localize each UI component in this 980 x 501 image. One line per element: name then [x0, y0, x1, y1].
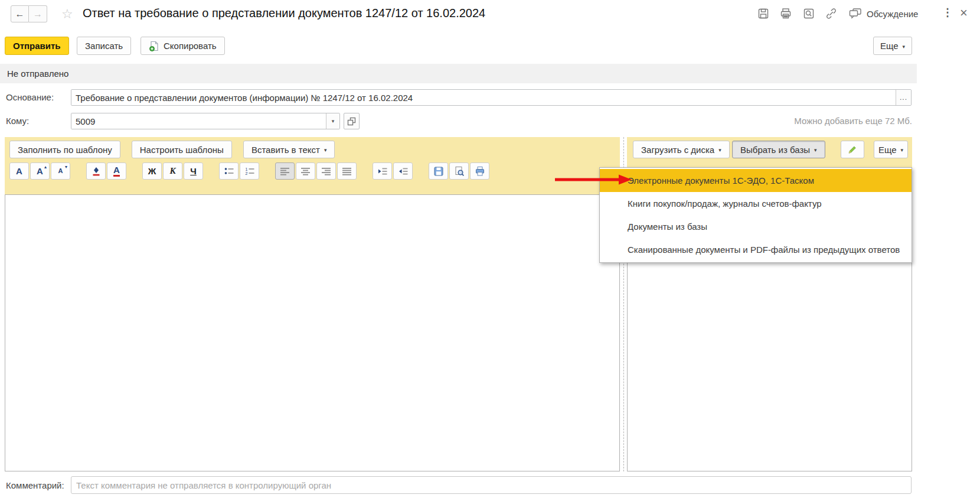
font-icon: А — [16, 167, 22, 175]
align-left-button[interactable] — [275, 162, 295, 180]
align-right-button[interactable] — [316, 162, 336, 180]
more-button-attachments[interactable]: Еще ▾ — [874, 141, 908, 158]
font-decrease-button[interactable]: А▾ — [51, 162, 70, 180]
load-from-disk-label: Загрузить с диска — [641, 145, 714, 155]
font-decrease-icon: А — [58, 168, 63, 174]
numbered-list-button[interactable]: 12 — [240, 162, 259, 180]
bullet-list-icon — [224, 167, 234, 176]
edit-pencil-button[interactable] — [841, 141, 864, 158]
more-button-top[interactable]: Еще ▾ — [873, 37, 912, 55]
bold-icon: Ж — [148, 167, 156, 175]
font-color-button[interactable]: А — [107, 162, 126, 180]
message-panel: Заполнить по шаблону Настроить шаблоны В… — [5, 137, 620, 471]
italic-button[interactable]: К — [163, 162, 182, 180]
recipient-field: ▾ — [71, 113, 340, 129]
svg-text:1: 1 — [245, 167, 247, 171]
copy-button[interactable]: Скопировать — [141, 37, 225, 55]
search-icon-button[interactable] — [803, 8, 816, 19]
print-text-button[interactable] — [470, 162, 489, 180]
font-color-icon: А — [113, 165, 120, 177]
comment-input[interactable] — [71, 476, 912, 494]
align-center-icon — [300, 167, 311, 175]
indent-decrease-icon — [398, 167, 409, 176]
back-icon: ← — [15, 9, 25, 19]
open-in-new-icon — [347, 116, 357, 126]
font-button[interactable]: А — [9, 162, 29, 180]
recipient-open-button[interactable] — [344, 113, 360, 129]
bullet-list-button[interactable] — [219, 162, 239, 180]
bold-button[interactable]: Ж — [142, 162, 162, 180]
select-from-base-button[interactable]: Выбрать из базы ▾ — [732, 141, 825, 158]
chevron-down-icon: ▾ — [901, 147, 904, 153]
discussion-button[interactable]: Обсуждение — [849, 8, 918, 19]
recipient-input[interactable] — [71, 113, 326, 129]
history-nav: ← → — [11, 5, 47, 22]
write-button[interactable]: Записать — [77, 37, 131, 55]
menu-item-edo-documents[interactable]: Электронные документы 1С-ЭДО, 1С-Таском — [600, 169, 912, 192]
chevron-down-icon: ▾ — [324, 147, 327, 153]
underline-button[interactable]: Ч — [184, 162, 203, 180]
link-icon — [825, 8, 837, 19]
basis-more-button[interactable]: ... — [896, 90, 911, 105]
align-center-button[interactable] — [296, 162, 315, 180]
highlight-color-button[interactable] — [86, 162, 106, 180]
recipient-dropdown-button[interactable]: ▾ — [326, 113, 339, 129]
print-blue-icon — [475, 166, 485, 177]
more-attachments-label: Еще — [878, 145, 897, 155]
ellipsis-icon: ... — [900, 93, 907, 102]
italic-icon: К — [169, 167, 175, 175]
chevron-down-icon: ▾ — [814, 147, 817, 153]
send-button[interactable]: Отправить — [5, 37, 69, 55]
configure-templates-button[interactable]: Настроить шаблоны — [132, 141, 232, 158]
more-vert-icon[interactable]: ⋮ — [942, 6, 953, 19]
numbered-list-icon: 12 — [244, 167, 255, 176]
basis-field: ... — [71, 89, 912, 106]
back-button[interactable]: ← — [11, 5, 29, 22]
indent-decrease-button[interactable] — [393, 162, 413, 180]
recipient-label: Кому: — [6, 116, 29, 126]
font-increase-button[interactable]: А▴ — [30, 162, 50, 180]
save-floppy-icon — [433, 166, 444, 177]
fill-template-button[interactable]: Заполнить по шаблону — [9, 141, 120, 158]
insert-into-text-label: Вставить в текст — [251, 145, 320, 155]
align-left-icon — [280, 167, 290, 175]
align-right-icon — [321, 167, 331, 175]
indent-increase-icon — [377, 167, 388, 176]
load-from-disk-button[interactable]: Загрузить с диска ▾ — [633, 141, 730, 158]
menu-item-purchase-books[interactable]: Книги покупок/продаж, журналы счетов-фак… — [600, 192, 912, 215]
preview-icon — [454, 166, 465, 177]
highlight-color-icon — [91, 166, 102, 177]
select-from-base-menu: Электронные документы 1С-ЭДО, 1С-Таском … — [599, 167, 912, 263]
svg-text:2: 2 — [245, 171, 247, 175]
link-icon-button[interactable] — [825, 8, 838, 19]
floppy-icon — [757, 8, 769, 19]
preview-text-button[interactable] — [449, 162, 469, 180]
insert-into-text-button[interactable]: Вставить в текст ▾ — [243, 141, 335, 158]
comment-label: Комментарий: — [6, 480, 64, 490]
editor-toolbar: Заполнить по шаблону Настроить шаблоны В… — [5, 137, 620, 194]
font-increase-icon: А — [37, 167, 43, 175]
up-mark-icon: ▴ — [44, 165, 47, 170]
pencil-icon — [847, 144, 858, 155]
chevron-down-icon: ▾ — [903, 44, 906, 50]
message-body-editor[interactable] — [5, 195, 619, 471]
menu-item-scanned-documents[interactable]: Сканированные документы и PDF-файлы из п… — [600, 238, 912, 261]
save-icon-button[interactable] — [757, 8, 770, 19]
format-toolbar: А А▴ А▾ А Ж К Ч 12 — [9, 162, 489, 180]
basis-input[interactable] — [71, 90, 896, 105]
indent-increase-button[interactable] — [373, 162, 392, 180]
status-bar: Не отправлено — [0, 64, 917, 83]
favorite-star-icon[interactable]: ☆ — [61, 6, 73, 22]
print-icon-button[interactable] — [780, 8, 793, 19]
printer-icon — [780, 8, 792, 19]
message-body-container — [5, 194, 620, 471]
more-button-label: Еще — [880, 41, 899, 51]
close-icon[interactable]: × — [960, 5, 968, 21]
menu-item-base-documents[interactable]: Документы из базы — [600, 215, 912, 238]
justify-button[interactable] — [337, 162, 357, 180]
underline-icon: Ч — [190, 167, 197, 175]
chevron-down-icon: ▾ — [718, 147, 721, 153]
save-text-button[interactable] — [429, 162, 448, 180]
forward-button[interactable]: → — [29, 5, 47, 22]
justify-icon — [342, 167, 352, 175]
